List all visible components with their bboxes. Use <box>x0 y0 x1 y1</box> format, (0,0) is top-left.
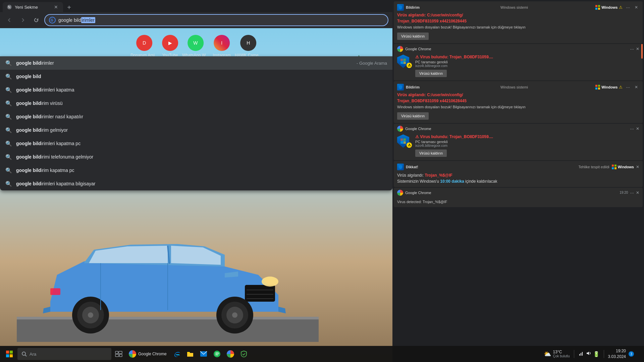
start-button[interactable] <box>3 347 16 361</box>
chrome-btn-1[interactable]: Virüsü kaldırın <box>415 70 447 77</box>
notification-panel: Bildirim Windows sistemi Windows ⚠ ··· ✕… <box>392 0 644 346</box>
svg-rect-4 <box>17 318 319 342</box>
chrome-options-3[interactable]: ··· <box>630 190 634 195</box>
autocomplete-item-6[interactable]: 🔍 google bildirimleri kapatma pc <box>0 137 392 150</box>
tab-close-button[interactable]: ✕ <box>53 4 59 10</box>
search-icon-8: 🔍 <box>5 167 12 174</box>
win-notif-close-1[interactable]: ✕ <box>633 5 639 10</box>
svg-rect-12 <box>50 288 60 295</box>
danger-subtitle: Tehlike tespit edildi <box>578 165 609 169</box>
new-tab-button[interactable]: + <box>64 3 74 12</box>
reload-button[interactable] <box>31 15 42 25</box>
clock-display[interactable]: 19:20 3.03.2024 <box>608 348 626 360</box>
chrome-taskbar-button[interactable]: Google Chrome <box>126 348 169 360</box>
autocomplete-text-1: google bild <box>16 74 387 79</box>
spotify-button[interactable] <box>211 348 223 360</box>
win-notif-1-header: Bildirim Windows sistemi Windows ⚠ ··· ✕ <box>394 1 643 12</box>
autocomplete-text-7: google bildirimi telefonuma gelmiyor <box>16 154 387 160</box>
notification-count[interactable]: 3 <box>629 351 634 357</box>
active-tab[interactable]: N Yeni Sekme ✕ <box>3 2 63 12</box>
chrome-close-2[interactable]: ✕ <box>636 126 639 131</box>
show-desktop-button[interactable] <box>637 348 639 360</box>
shortcut-youtube[interactable]: ▶ YouTube <box>162 35 178 58</box>
task-view-button[interactable] <box>113 348 125 360</box>
tab-title: Yeni Sekme <box>15 5 50 10</box>
chrome-shield-warn-icon-2: ⚠ <box>407 142 412 148</box>
chrome-notification-1: Google Chrome ··· ✕ ⚠ ⚠ Virus bulundu: T… <box>394 44 643 80</box>
autocomplete-text-8: google bildirim kapatma pc <box>16 168 387 173</box>
date-display: 3.03.2024 <box>608 354 626 360</box>
chrome-btn-2[interactable]: Virüsü kaldırın <box>415 149 447 157</box>
edge-button[interactable] <box>171 348 183 360</box>
svg-point-45 <box>22 352 25 355</box>
svg-rect-22 <box>598 5 600 7</box>
svg-rect-36 <box>404 141 406 144</box>
system-tray: ⛅ 13°C Çok bulutlu 🔋 <box>544 348 641 360</box>
search-icon-9: 🔍 <box>5 181 12 187</box>
search-icon-7: 🔍 <box>5 154 12 160</box>
shield-button[interactable] <box>238 348 250 360</box>
mail-button[interactable] <box>198 348 210 360</box>
taskbar: Ara Google Chrome <box>0 346 644 362</box>
win-notif-subsource-2: Windows sistemi <box>500 85 593 89</box>
win-notif-close-2[interactable]: ✕ <box>633 85 639 89</box>
shortcut-whatsapp[interactable]: W WhatsApp W... <box>182 35 209 58</box>
svg-rect-44 <box>10 354 13 357</box>
chrome-scan-2: PC taraması gerekli <box>415 140 639 144</box>
danger-virus-name: Trojan_%$@lF <box>425 173 452 178</box>
autocomplete-item-5[interactable]: 🔍 google bildirim gelmiyor <box>0 123 392 137</box>
address-bar[interactable]: G google bildirimler <box>44 14 388 26</box>
volume-icon[interactable] <box>586 351 591 357</box>
autocomplete-item-9[interactable]: 🔍 google bildirimleri kapatma bilgisayar <box>0 177 392 190</box>
shortcut-hawk[interactable]: H HAWK Came... <box>235 35 262 58</box>
win-notif-1-body: Windows sistem dosyaları bozuk! Bilgisay… <box>397 25 639 30</box>
chrome-close-1[interactable]: ✕ <box>636 47 639 51</box>
autocomplete-text: google bildirimler <box>16 60 353 66</box>
chrome-shield-1: ⚠ <box>397 55 412 68</box>
svg-rect-43 <box>6 354 9 357</box>
file-explorer-button[interactable] <box>184 348 196 360</box>
win-notif-options-2[interactable]: ··· <box>625 84 631 90</box>
autocomplete-text-9: google bildirimleri kapatma bilgisayar <box>16 181 387 186</box>
chrome-taskbar-icon <box>129 350 136 358</box>
autocomplete-item-0[interactable]: 🔍 google bildirimler - Google Arama <box>0 56 392 70</box>
autocomplete-item-2[interactable]: 🔍 google bildirimleri kapatma <box>0 83 392 97</box>
windows-shield-icon-2 <box>397 84 404 90</box>
network-icon[interactable] <box>578 351 584 357</box>
shortcut-donanim[interactable]: D Donanım Arşi... <box>130 35 158 58</box>
weather-info: 13°C Çok bulutlu <box>553 350 570 358</box>
chrome-notif-3-header: Google Chrome 19:20 ··· ✕ <box>394 188 643 197</box>
chrome-url-1: ixzo4t.biltinegoor.com <box>415 64 639 68</box>
search-icon-5: 🔍 <box>5 127 12 133</box>
danger-shield-icon <box>397 164 404 170</box>
win-notif-1-btn[interactable]: Virüsü kaldırın <box>397 33 429 40</box>
win-notif-2-btn[interactable]: Virüsü kaldırın <box>397 112 429 120</box>
back-button[interactable] <box>4 15 15 25</box>
forward-button[interactable] <box>17 15 28 25</box>
autocomplete-item-7[interactable]: 🔍 google bildirimi telefonuma gelmiyor <box>0 150 392 164</box>
autocomplete-item-8[interactable]: 🔍 google bildirim kapatma pc <box>0 164 392 177</box>
chrome-taskbar-button-2[interactable] <box>224 348 236 360</box>
address-input[interactable]: google bildirimler <box>58 17 384 23</box>
autocomplete-item-4[interactable]: 🔍 google bildirimler nasıl kapatılır <box>0 110 392 123</box>
shortcut-instagram[interactable]: I Instagram <box>213 35 231 58</box>
svg-rect-26 <box>404 59 406 61</box>
search-icon-4: 🔍 <box>5 114 12 120</box>
search-icon-3: 🔍 <box>5 100 12 107</box>
svg-rect-5 <box>17 317 319 319</box>
danger-countdown: Sisteminizin Windows'u 10:00 dakika için… <box>397 179 639 184</box>
svg-rect-55 <box>582 352 583 356</box>
danger-close[interactable]: ✕ <box>636 165 639 169</box>
chrome-options-1[interactable]: ··· <box>630 46 634 52</box>
chrome-options-2[interactable]: ··· <box>630 126 634 131</box>
battery-icon[interactable]: 🔋 <box>593 351 600 357</box>
win-notif-options-1[interactable]: ··· <box>625 5 631 10</box>
browser-window: N Yeni Sekme ✕ + G <box>0 0 392 362</box>
car-image <box>17 208 319 342</box>
weather-widget[interactable]: ⛅ 13°C Çok bulutlu <box>544 350 570 358</box>
autocomplete-item-3[interactable]: 🔍 google bildirim virüsü <box>0 97 392 110</box>
autocomplete-item-1[interactable]: 🔍 google bild <box>0 70 392 83</box>
chrome-virus-name-2: ⚠ Virus bulundu: Trojan_BO8DF31059.... <box>415 134 639 139</box>
taskbar-search[interactable]: Ara <box>17 348 111 360</box>
chrome-close-3[interactable]: ✕ <box>636 190 639 195</box>
